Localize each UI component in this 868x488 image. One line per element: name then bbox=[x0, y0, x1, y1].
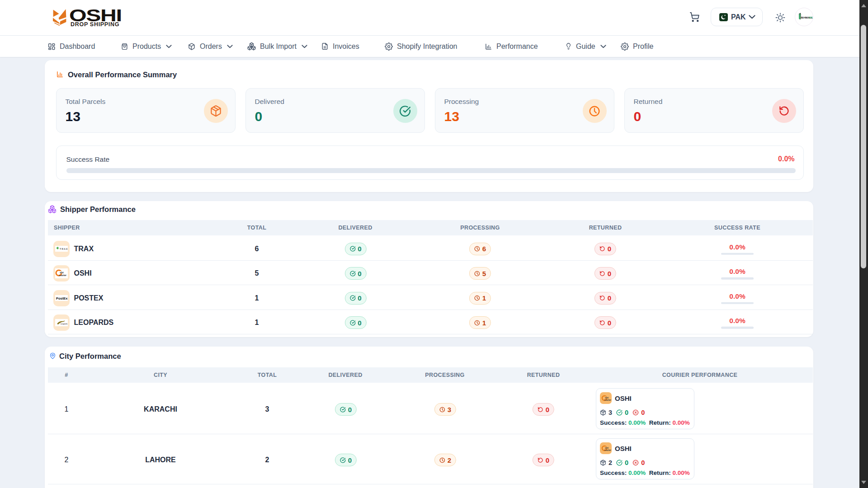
svg-text:courier: courier bbox=[604, 399, 612, 401]
svg-text:courier: courier bbox=[59, 274, 66, 277]
svg-text:T R A X: T R A X bbox=[60, 248, 68, 250]
svg-text:.PK: .PK bbox=[808, 16, 813, 19]
svg-text:courier: courier bbox=[604, 449, 612, 451]
svg-text:PostEx: PostEx bbox=[56, 296, 68, 300]
svg-text:Leopards: Leopards bbox=[61, 323, 67, 325]
